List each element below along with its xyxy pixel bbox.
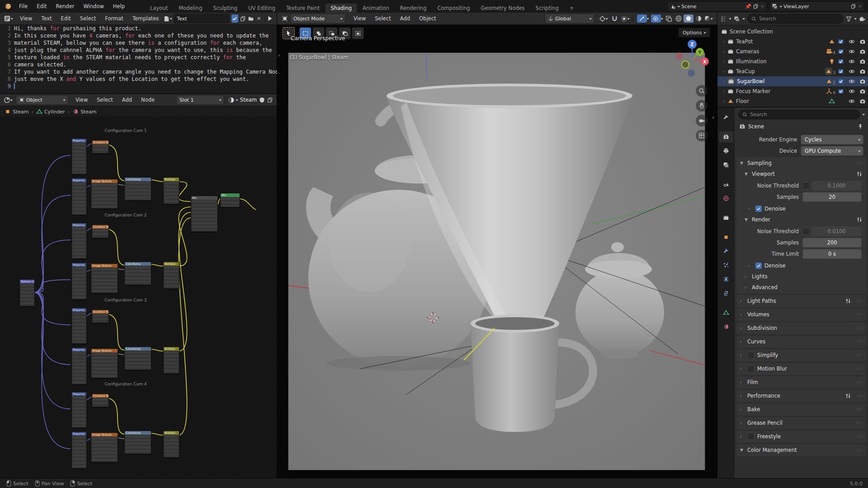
checkbox[interactable] bbox=[802, 228, 810, 235]
shading-material-icon[interactable] bbox=[695, 15, 702, 22]
mode-dropdown[interactable]: Object Mode▾ bbox=[290, 14, 345, 23]
render-visibility-toggle[interactable] bbox=[857, 48, 868, 55]
node-math-multiply[interactable]: Multiply bbox=[163, 262, 179, 289]
selectable-checkbox[interactable] bbox=[835, 88, 846, 94]
properties-tab-viewlayer[interactable] bbox=[719, 160, 733, 170]
selectable-checkbox[interactable] bbox=[835, 48, 846, 55]
toggle-grid-icon[interactable] bbox=[696, 130, 708, 141]
chevron-down-icon[interactable]: ▾ bbox=[742, 17, 745, 21]
properties-tab-tool[interactable] bbox=[719, 112, 733, 123]
shader-menu-node[interactable]: Node bbox=[137, 94, 159, 106]
node-mapping[interactable]: Mapping bbox=[71, 178, 87, 215]
node-mapping[interactable]: Mapping bbox=[71, 308, 87, 344]
node-colorramp[interactable]: ColorRamp bbox=[124, 262, 151, 285]
collapse-arrow-icon[interactable]: ‹ bbox=[712, 114, 714, 121]
outliner-search[interactable]: Search bbox=[747, 14, 843, 23]
properties-tab-data[interactable] bbox=[719, 307, 733, 318]
texted-menu-select[interactable]: Select bbox=[75, 12, 100, 25]
options-button[interactable]: Options▾ bbox=[678, 28, 710, 38]
filter-icon[interactable] bbox=[846, 16, 852, 22]
render-time-limit[interactable]: 0 s bbox=[802, 249, 862, 259]
properties-tab-output[interactable] bbox=[719, 145, 733, 156]
properties-tab-particles[interactable] bbox=[719, 260, 733, 271]
texted-menu-view[interactable]: View bbox=[15, 12, 37, 25]
selectable-checkbox[interactable] bbox=[835, 38, 846, 45]
shader-type-dropdown[interactable]: Object▾ bbox=[16, 95, 68, 105]
node-mapping[interactable]: Mapping bbox=[71, 263, 87, 300]
chevron-down-icon[interactable]: ▾ bbox=[646, 17, 649, 21]
editor-type-icon[interactable] bbox=[4, 15, 11, 22]
workspace-tab-+[interactable]: + bbox=[565, 4, 579, 13]
camera-frame[interactable]: (1) SugarBowl | Steam bbox=[288, 52, 705, 470]
denoise-checkbox[interactable] bbox=[755, 206, 762, 212]
node-gradient-texture[interactable]: Gradient Texture bbox=[92, 394, 109, 407]
panel-film[interactable]: ›Film∷∷ bbox=[736, 376, 866, 389]
properties-tab-collection[interactable] bbox=[719, 212, 733, 223]
texted-menu-edit[interactable]: Edit bbox=[57, 12, 75, 25]
viewport-menu-object[interactable]: Object bbox=[415, 12, 440, 25]
panel-volumes[interactable]: ›Volumes∷∷ bbox=[736, 309, 866, 321]
new-text-icon[interactable] bbox=[240, 16, 246, 22]
chevron-down-icon[interactable]: ▾ bbox=[605, 17, 608, 21]
panel-checkbox[interactable] bbox=[747, 352, 755, 359]
panel-checkbox[interactable] bbox=[747, 365, 755, 372]
show-gizmo-icon[interactable] bbox=[637, 14, 647, 23]
menu-file[interactable]: File bbox=[14, 0, 32, 13]
workspace-tab-animation[interactable]: Animation bbox=[358, 4, 394, 13]
node-canvas[interactable]: Configuration Cam 1MappingGradient Textu… bbox=[0, 117, 277, 478]
node-texture-coordinate[interactable]: Texture Coordinate bbox=[19, 279, 35, 306]
menu-help[interactable]: Help bbox=[108, 0, 129, 13]
render-noise-threshold[interactable]: 0.0100 bbox=[811, 226, 862, 236]
render-visibility-toggle[interactable] bbox=[857, 68, 868, 75]
chevron-down-icon[interactable]: ▾ bbox=[10, 17, 13, 21]
new-collection-icon[interactable] bbox=[859, 16, 865, 22]
panel-motion-blur[interactable]: ›Motion Blur∷∷ bbox=[736, 363, 866, 375]
panel-curves[interactable]: ›Curves∷∷ bbox=[736, 336, 866, 348]
render-samples[interactable]: 200 bbox=[802, 238, 862, 248]
workspace-tab-shading[interactable]: Shading bbox=[326, 4, 357, 13]
node-math-multiply[interactable]: Multiply bbox=[163, 431, 179, 458]
node-gradient-texture[interactable]: Gradient Texture bbox=[92, 140, 109, 154]
viewport-menu-add[interactable]: Add bbox=[396, 12, 415, 25]
material-name[interactable]: Steam bbox=[240, 97, 257, 103]
shader-menu-view[interactable]: View bbox=[71, 94, 92, 106]
camera-view-icon[interactable] bbox=[696, 115, 708, 127]
texted-menu-templates[interactable]: Templates bbox=[128, 12, 163, 25]
panel-color-management[interactable]: ▼Color Management∷∷ bbox=[736, 444, 866, 456]
menu-edit[interactable]: Edit bbox=[32, 0, 51, 13]
chevron-down-icon[interactable]: ▾ bbox=[729, 17, 731, 21]
chevron-down-icon[interactable]: ▾ bbox=[710, 17, 712, 21]
node-mix-stack[interactable]: Mix bbox=[191, 196, 218, 232]
text-editor-content[interactable]: 1Hi, thanks for purshasing this product.… bbox=[0, 25, 277, 94]
outliner-row-sugarbowl[interactable]: ›SugarBowl2 bbox=[717, 76, 868, 86]
workspace-tab-rendering[interactable]: Rendering bbox=[395, 4, 432, 13]
workspace-tab-modeling[interactable]: Modeling bbox=[174, 4, 207, 13]
properties-tab-scene[interactable] bbox=[719, 179, 733, 190]
show-overlays-icon[interactable] bbox=[651, 14, 661, 23]
outliner-row-focus-marker[interactable]: ›Focus Marker4 bbox=[717, 86, 868, 96]
workspace-tab-uv-editing[interactable]: UV Editing bbox=[243, 4, 280, 13]
panel-light-paths[interactable]: ›Light Paths∷∷ bbox=[736, 295, 866, 307]
workspace-tab-scripting[interactable]: Scripting bbox=[531, 4, 564, 13]
hide-eye-toggle[interactable] bbox=[846, 78, 857, 84]
workspace-tab-geometry-nodes[interactable]: Geometry Nodes bbox=[476, 4, 530, 13]
breadcrumb-item[interactable]: Steam bbox=[5, 108, 29, 115]
proportional-edit-icon[interactable] bbox=[621, 15, 627, 22]
shader-editor-type-icon[interactable] bbox=[4, 97, 10, 103]
texted-menu-text[interactable]: Text bbox=[37, 12, 56, 25]
render-engine-dropdown[interactable]: Cycles▾ bbox=[801, 135, 863, 145]
shading-rendered-icon[interactable] bbox=[703, 15, 711, 22]
outliner-row-cameras[interactable]: ›Cameras4 bbox=[717, 47, 868, 56]
viewport-samples[interactable]: 20 bbox=[802, 192, 862, 202]
hide-eye-toggle[interactable] bbox=[846, 38, 857, 45]
select-intersect-button[interactable] bbox=[352, 27, 364, 39]
node-math-multiply[interactable]: Multiply bbox=[163, 177, 179, 204]
workspace-tab-layout[interactable]: Layout bbox=[145, 4, 173, 13]
selectable-checkbox[interactable] bbox=[835, 78, 846, 84]
outliner-row-teapot[interactable]: ›TeaPot bbox=[717, 37, 868, 47]
material-slot-dropdown[interactable]: Slot 1▾ bbox=[176, 95, 224, 105]
chevron-down-icon[interactable]: ▾ bbox=[10, 98, 12, 102]
outliner-row-illumination[interactable]: ›Illumination bbox=[717, 56, 868, 66]
node-image-texture[interactable]: Image Texture bbox=[91, 348, 118, 378]
menu-window[interactable]: Window bbox=[79, 0, 108, 13]
